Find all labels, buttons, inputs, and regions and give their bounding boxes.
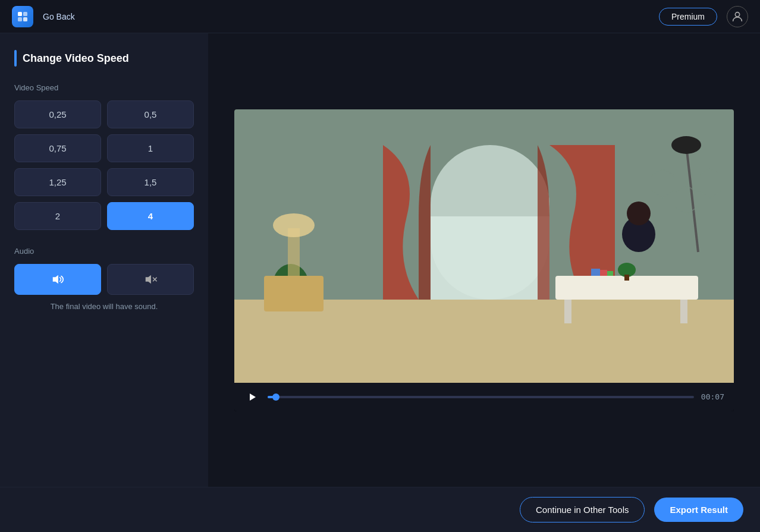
speed-btn-2[interactable]: 2 bbox=[14, 202, 101, 230]
svg-point-4 bbox=[735, 12, 739, 16]
svg-rect-33 bbox=[624, 275, 629, 281]
user-avatar[interactable] bbox=[727, 6, 748, 27]
svg-rect-29 bbox=[591, 269, 600, 276]
premium-button[interactable]: Premium bbox=[659, 8, 717, 26]
svg-rect-12 bbox=[431, 216, 549, 300]
svg-rect-2 bbox=[18, 17, 22, 21]
speed-btn-1[interactable]: 1 bbox=[107, 134, 194, 162]
audio-mute-button[interactable] bbox=[107, 264, 194, 295]
svg-rect-30 bbox=[600, 270, 607, 276]
mute-icon bbox=[144, 273, 157, 286]
user-icon bbox=[731, 10, 744, 23]
svg-rect-3 bbox=[23, 17, 27, 21]
speed-btn-4[interactable]: 4 bbox=[107, 202, 194, 230]
play-button[interactable] bbox=[244, 389, 260, 405]
continue-other-tools-button[interactable]: Continue in Other Tools bbox=[520, 497, 645, 522]
audio-label: Audio bbox=[14, 247, 194, 256]
svg-marker-6 bbox=[146, 275, 151, 284]
svg-point-28 bbox=[273, 213, 315, 237]
speed-btn-125[interactable]: 1,25 bbox=[14, 168, 101, 196]
svg-marker-5 bbox=[53, 275, 58, 284]
svg-marker-34 bbox=[250, 394, 256, 401]
export-result-button[interactable]: Export Result bbox=[654, 498, 743, 522]
audio-sound-button[interactable] bbox=[14, 264, 101, 295]
svg-rect-31 bbox=[607, 271, 613, 276]
svg-rect-0 bbox=[18, 12, 22, 16]
speed-btn-075[interactable]: 0,75 bbox=[14, 134, 101, 162]
audio-buttons bbox=[14, 264, 194, 295]
video-preview bbox=[234, 109, 734, 383]
time-display: 00:07 bbox=[701, 392, 724, 401]
go-back-link[interactable]: Go Back bbox=[43, 12, 75, 21]
svg-point-19 bbox=[671, 136, 701, 154]
speed-btn-05[interactable]: 0,5 bbox=[107, 100, 194, 128]
room-scene-svg bbox=[234, 109, 734, 383]
svg-rect-26 bbox=[264, 276, 324, 311]
svg-rect-10 bbox=[234, 300, 734, 383]
video-area: 00:07 bbox=[208, 33, 760, 487]
play-icon bbox=[247, 392, 257, 402]
svg-rect-15 bbox=[680, 300, 687, 323]
speed-grid: 0,25 0,5 0,75 1 1,25 1,5 2 4 bbox=[14, 100, 194, 230]
audio-info-text: The final video will have sound. bbox=[14, 302, 194, 311]
video-container: 00:07 bbox=[234, 109, 734, 411]
sidebar-title-wrapper: Change Video Speed bbox=[14, 50, 194, 67]
app-header: Go Back Premium bbox=[0, 0, 760, 33]
app-logo bbox=[12, 6, 33, 27]
svg-point-17 bbox=[627, 202, 651, 225]
audio-section: Audio The final video bbox=[14, 247, 194, 311]
main-content: Change Video Speed Video Speed 0,25 0,5 … bbox=[0, 33, 760, 487]
app-footer: Continue in Other Tools Export Result bbox=[0, 487, 760, 532]
speed-btn-15[interactable]: 1,5 bbox=[107, 168, 194, 196]
sound-icon bbox=[51, 273, 64, 286]
progress-bar[interactable] bbox=[268, 396, 694, 398]
app-logo-icon bbox=[17, 11, 29, 23]
svg-rect-1 bbox=[23, 12, 27, 16]
sidebar-title: Change Video Speed bbox=[23, 52, 129, 65]
video-speed-label: Video Speed bbox=[14, 83, 194, 92]
svg-rect-14 bbox=[564, 300, 571, 323]
sidebar-accent-bar bbox=[14, 50, 17, 67]
progress-dot bbox=[272, 394, 279, 401]
sidebar: Change Video Speed Video Speed 0,25 0,5 … bbox=[0, 33, 208, 487]
speed-btn-025[interactable]: 0,25 bbox=[14, 100, 101, 128]
video-controls: 00:07 bbox=[234, 383, 734, 411]
